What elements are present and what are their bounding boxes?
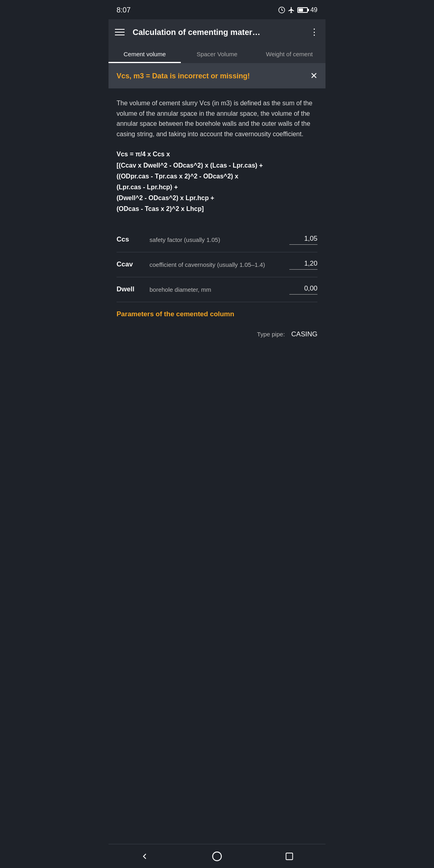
param-value-dwell[interactable] (289, 285, 317, 295)
description-text: The volume of cement slurry Vcs (in m3) … (117, 98, 317, 139)
param-value-ccs[interactable] (289, 235, 317, 245)
type-pipe-label: Type pipe: (257, 331, 285, 338)
status-icons: 49 (278, 6, 317, 14)
param-desc-ccs: safety factor (usually 1.05) (149, 235, 285, 244)
battery-indicator: 49 (297, 6, 317, 14)
hamburger-menu-button[interactable] (115, 29, 125, 35)
type-pipe-value: CASING (291, 330, 317, 338)
param-value-ccav[interactable] (289, 260, 317, 270)
type-pipe-row: Type pipe: CASING (117, 323, 317, 346)
tab-weight-of-cement[interactable]: Weight of cement (253, 45, 326, 63)
formula-line1: Vcs = π/4 x Ccs x (117, 149, 317, 160)
param-desc-dwell: borehole diameter, mm (149, 285, 285, 294)
clock-icon (278, 6, 285, 14)
formula-line2: [(Ccav x Dwell^2 - ODcas^2) x (Lcas - Lp… (117, 160, 317, 171)
tab-cement-volume[interactable]: Cement volume (108, 45, 181, 63)
status-bar: 8:07 49 (108, 0, 326, 19)
error-close-button[interactable]: ✕ (310, 71, 317, 81)
main-content: The volume of cement slurry Vcs (in m3) … (108, 88, 326, 355)
more-options-button[interactable]: ⋮ (310, 27, 319, 37)
param-name-ccav: Ccav (117, 260, 145, 268)
param-name-dwell: Dwell (117, 285, 145, 293)
param-desc-ccav: coefficient of cavernosity (usually 1.05… (149, 260, 285, 269)
battery-level: 49 (310, 6, 317, 14)
status-time: 8:07 (117, 6, 131, 14)
formula-line3: ((ODpr.cas - Tpr.cas x 2)^2 - ODcas^2) x (117, 171, 317, 182)
section-header-cemented-column: Parameters of the cemented column (117, 310, 317, 318)
tabs-container: Cement volume Spacer Volume Weight of ce… (108, 45, 326, 63)
error-message: Vcs, m3 = Data is incorrect or missing! (117, 72, 305, 80)
formula-line5: (Dwell^2 - ODcas^2) x Lpr.hcp + (117, 192, 317, 203)
formula-line4: (Lpr.cas - Lpr.hcp) + (117, 182, 317, 192)
app-bar: Calculation of cementing mater… ⋮ (108, 19, 326, 45)
tab-spacer-volume[interactable]: Spacer Volume (181, 45, 253, 63)
error-banner: Vcs, m3 = Data is incorrect or missing! … (108, 63, 326, 88)
formula-block: Vcs = π/4 x Ccs x [(Ccav x Dwell^2 - ODc… (117, 149, 317, 214)
airplane-icon (288, 6, 295, 14)
param-row-dwell: Dwell borehole diameter, mm (117, 277, 317, 302)
param-name-ccs: Ccs (117, 235, 145, 244)
param-row-ccs: Ccs safety factor (usually 1.05) (117, 227, 317, 252)
app-title: Calculation of cementing mater… (133, 28, 310, 37)
formula-line6: (ODcas - Tcas x 2)^2 x Lhcp] (117, 203, 317, 214)
param-row-ccav: Ccav coefficient of cavernosity (usually… (117, 252, 317, 277)
